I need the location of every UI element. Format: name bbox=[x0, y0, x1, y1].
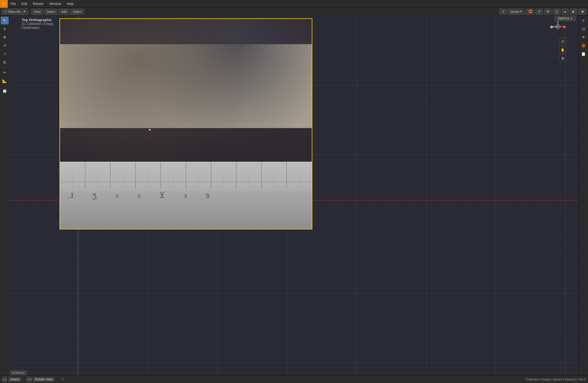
app-logo: 🔶 bbox=[0, 0, 8, 8]
lmb-indicator: LMB Select bbox=[2, 377, 21, 382]
origin-circle bbox=[75, 198, 80, 202]
shading-rendered[interactable]: ◑ bbox=[579, 9, 586, 15]
magnet-icon[interactable]: 🧲 bbox=[525, 9, 534, 15]
select-menu[interactable]: Select bbox=[44, 9, 58, 15]
menu-help[interactable]: Help bbox=[64, 0, 76, 8]
view-menu[interactable]: View bbox=[31, 9, 43, 15]
render-props-button[interactable]: 🔆 bbox=[580, 42, 587, 49]
origin-dot bbox=[149, 129, 151, 131]
zoom-to-fit-button[interactable]: ⊡ bbox=[559, 38, 566, 45]
shading-material[interactable]: ◐ bbox=[570, 9, 577, 15]
rotate-tool-button[interactable]: ↺ bbox=[1, 42, 9, 49]
menu-window[interactable]: Window bbox=[46, 0, 64, 8]
global-chevron: ▾ bbox=[520, 10, 522, 13]
origin-cross-v bbox=[77, 197, 78, 203]
rotate-view-label: Rotate View bbox=[33, 377, 55, 382]
annotate-tool-button[interactable]: ✏ bbox=[1, 69, 9, 76]
resize-handle[interactable]: ⊟ Resize bbox=[9, 371, 27, 375]
add-menu[interactable]: Add bbox=[59, 9, 69, 15]
lmb-icon: LMB bbox=[2, 377, 7, 382]
filter-button[interactable]: ⊟ bbox=[580, 25, 587, 33]
collection-status: Collection | Empty | Verts:0 | Faces:0 |… bbox=[526, 378, 586, 381]
left-sidebar: ↖ ✛ ✥ ↺ ⤢ ⊞ ✏ 📐 🔲 bbox=[0, 16, 9, 375]
cursor-tool-button[interactable]: ✛ bbox=[1, 25, 9, 33]
gizmo-y-arm bbox=[551, 26, 557, 27]
mode-dropdown[interactable]: ◻ Object M... ▾ bbox=[2, 9, 28, 15]
global-dropdown[interactable]: Global ▾ bbox=[508, 9, 525, 15]
viewport[interactable]: ƨ ε ⊻ ε ε ƹ L bbox=[9, 16, 579, 375]
mode-chevron: ▾ bbox=[24, 10, 25, 13]
mmb-indicator: MMB Rotate View bbox=[27, 377, 55, 382]
select-label: Select bbox=[8, 377, 21, 382]
image-plane: ƨ ε ⊻ ε ε ƹ L bbox=[59, 18, 312, 229]
measure-tool-button[interactable]: 📐 bbox=[1, 77, 9, 85]
menu-edit[interactable]: Edit bbox=[19, 0, 30, 8]
ruler-overlay: ƨ ε ⊻ ε ε ƹ L bbox=[60, 162, 312, 229]
move-tool-button[interactable]: ✥ bbox=[1, 33, 9, 41]
overlay-toggle[interactable]: ⊞ bbox=[544, 9, 552, 15]
pan-view-button[interactable]: ✋ bbox=[559, 46, 566, 53]
tool-separator-2 bbox=[1, 86, 8, 86]
separator-1 bbox=[29, 9, 30, 15]
gizmo-z-arm bbox=[557, 21, 558, 27]
status-bar: LMB Select MMB Rotate View ↖ Collection … bbox=[0, 375, 588, 383]
scale-tool-button[interactable]: ⤢ bbox=[1, 50, 9, 58]
right-sidebar: ≡ ⊟ 👁 🔆 📋 bbox=[579, 16, 588, 375]
status-right-info: Collection | Empty | Verts:0 | Faces:0 |… bbox=[526, 378, 586, 381]
top-menubar: 🔶 File Edit Render Window Help bbox=[0, 0, 588, 8]
viewport-right-tools: ⊡ ✋ ⊞ bbox=[559, 38, 566, 62]
pivot-icon[interactable]: ⊙ bbox=[499, 9, 507, 15]
tool-separator-1 bbox=[1, 67, 8, 67]
mmb-icon: MMB bbox=[27, 377, 31, 382]
proportional-icon[interactable]: ⊙ bbox=[535, 9, 543, 15]
select-tool-button[interactable]: ↖ bbox=[1, 17, 9, 24]
table-view-button[interactable]: ⊞ bbox=[559, 54, 566, 62]
origin-cursor bbox=[75, 197, 80, 203]
transform-tool-button[interactable]: ⊞ bbox=[1, 58, 9, 66]
properties-panel-button[interactable]: ≡ bbox=[580, 17, 587, 24]
cursor-icon: ↖ bbox=[61, 377, 65, 382]
mode-icon: ◻ bbox=[4, 10, 7, 13]
gizmo-x-arm bbox=[557, 26, 564, 27]
object-props-button[interactable]: 📋 bbox=[580, 50, 587, 58]
header-toolbar: ◻ Object M... ▾ View Select Add Object ⊙… bbox=[0, 8, 588, 16]
origin-cross-h bbox=[75, 200, 80, 200]
shading-solid[interactable]: ● bbox=[562, 9, 569, 15]
ruler-text: ƨ ε ⊻ ε ε ƹ L bbox=[60, 191, 218, 200]
xray-toggle[interactable]: ◫ bbox=[553, 9, 560, 15]
menu-render[interactable]: Render bbox=[30, 0, 46, 8]
add-object-button[interactable]: 🔲 bbox=[1, 87, 9, 95]
options-button[interactable]: Options ∨ bbox=[555, 16, 576, 21]
object-menu[interactable]: Object bbox=[70, 9, 84, 15]
viewport-display-button[interactable]: 👁 bbox=[580, 33, 587, 41]
menu-file[interactable]: File bbox=[8, 0, 19, 8]
